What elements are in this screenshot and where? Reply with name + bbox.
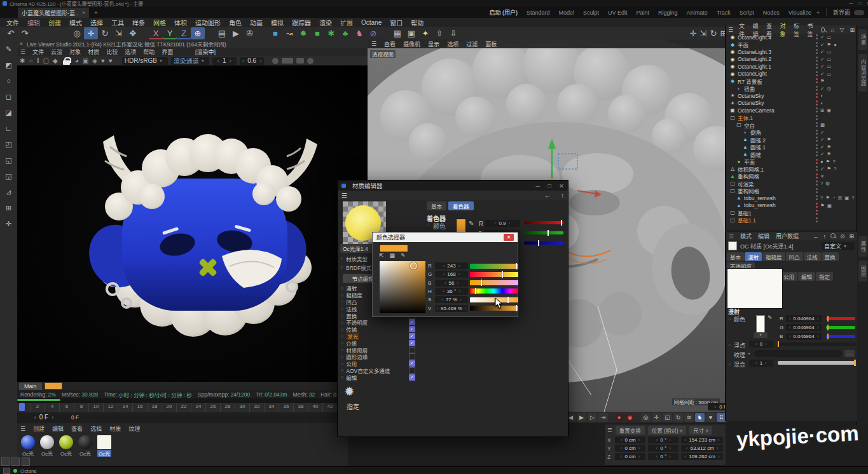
lv-tool-icon[interactable]: ◆	[53, 57, 58, 64]
maximize-button[interactable]: □	[858, 1, 861, 6]
object-row[interactable]: △ 体积网格.1 ✓ ⚑ ?	[726, 165, 857, 173]
position-field[interactable]: 0 cm	[615, 437, 645, 444]
mix-slider[interactable]	[778, 361, 856, 365]
grid-icon[interactable]	[3, 468, 10, 474]
object-label[interactable]: 重构网格	[738, 187, 759, 194]
object-label[interactable]: OctaneLight.1	[738, 64, 771, 70]
timeline-ruler-left[interactable]: 24681012141618202224262830323436384042	[17, 402, 337, 412]
object-row[interactable]: ◆ R7 背景板 ⚑	[726, 78, 857, 85]
am-menu[interactable]: 模式	[740, 232, 752, 240]
playback-button[interactable]: ●	[614, 413, 624, 422]
object-label[interactable]: 基础1	[738, 209, 752, 217]
lv-tool-icon[interactable]: ▢	[43, 57, 49, 64]
vp-menu[interactable]: 查看	[384, 40, 396, 48]
channel-gradient-bar[interactable]	[470, 288, 518, 294]
browse-button[interactable]: …	[844, 350, 855, 357]
size-mode-dropdown[interactable]: 尺寸 ▾	[689, 426, 712, 435]
popout-icon[interactable]: ⊞	[849, 233, 854, 240]
om-menu[interactable]: 标签	[794, 22, 801, 38]
object-tags[interactable]: ✓ ▭	[820, 49, 857, 55]
menu-item[interactable]: 模式	[69, 18, 82, 27]
tool-icon[interactable]: ✛	[3, 218, 15, 229]
channel-checkbox[interactable]	[409, 367, 415, 374]
object-row[interactable]: ◆ 平面 ✓ ⚑ ●	[726, 41, 857, 49]
diffuse-color-swatch[interactable]	[756, 315, 765, 333]
back-icon[interactable]: ←	[813, 233, 818, 240]
layout-tab[interactable]: Script	[740, 8, 754, 17]
menu-item[interactable]: 窗口	[390, 18, 403, 27]
tool-icon[interactable]: ✎	[3, 43, 15, 55]
visibility-dots[interactable]	[816, 173, 818, 179]
playback-button[interactable]: ↻	[673, 413, 683, 422]
material-preview[interactable]	[78, 435, 92, 449]
material-preview[interactable]	[21, 435, 35, 449]
key-circle-icon[interactable]: ○	[728, 316, 731, 321]
tool-icon[interactable]: ◰	[3, 139, 15, 150]
layer-grid-icon[interactable]	[11, 457, 20, 466]
object-label[interactable]: OctaneLight.3	[738, 49, 771, 55]
object-label[interactable]: OctaneSky	[738, 100, 764, 106]
channel-gradient-bar[interactable]	[470, 306, 518, 311]
tool-icon[interactable]: ⊿	[3, 186, 15, 198]
layer-grid-icon[interactable]	[1, 457, 10, 466]
preset-dropdown[interactable]: 自定义▾	[822, 242, 855, 250]
object-label[interactable]: OctaneLight	[738, 71, 767, 77]
vp-menu[interactable]: 过滤	[466, 40, 478, 48]
shader-tab[interactable]: 基本	[427, 201, 446, 210]
toolbar-icon[interactable]: ✇	[243, 27, 257, 39]
channel-row[interactable]: ○ 编辑	[338, 374, 424, 381]
maximize-button[interactable]: □	[548, 182, 551, 189]
object-label[interactable]: 圆锥.2	[750, 136, 766, 144]
visibility-dots[interactable]	[816, 57, 818, 62]
lv-menu[interactable]: 云渲	[51, 48, 62, 56]
vp-menu[interactable]: 面板	[485, 40, 497, 48]
object-tags[interactable]: ✓ ▭	[820, 34, 857, 40]
toolbar-icon[interactable]: ↶	[4, 27, 18, 39]
toolbar-icon[interactable]: ✥	[126, 27, 140, 39]
toolbar-icon[interactable]: Y	[163, 27, 177, 39]
object-tags[interactable]: ◗	[820, 100, 857, 106]
visibility-dots[interactable]	[816, 159, 818, 165]
object-tags[interactable]: ? ◍	[820, 180, 857, 186]
layout-tab[interactable]: 启动 (用户)	[490, 7, 518, 18]
layout-tab[interactable]: Rigging	[658, 8, 678, 17]
mm-menu[interactable]: 纹理	[128, 424, 140, 433]
object-row[interactable]: ◗ 倒角 ✓	[726, 129, 857, 137]
viewport-nav-icon[interactable]: ↻	[708, 27, 719, 39]
object-row[interactable]: ◐ 扭曲 ✓ ◷	[726, 85, 857, 93]
visibility-dots[interactable]	[816, 137, 818, 142]
samples-spinner[interactable]: 1	[212, 57, 237, 65]
visibility-dots[interactable]	[816, 203, 818, 208]
object-label[interactable]: 平面	[738, 41, 748, 48]
hamburger-icon[interactable]: ☰	[20, 426, 25, 432]
tool-icon[interactable]: ◪	[3, 107, 15, 118]
visibility-dots[interactable]	[816, 130, 818, 135]
toolbar-icon[interactable]: ✛	[84, 27, 98, 39]
channel-value-field[interactable]: 36 °	[435, 288, 468, 295]
layout-tab[interactable]: Animate	[687, 8, 708, 17]
color-picker-titlebar[interactable]: 颜色选择器 ✕	[373, 233, 518, 242]
channel-value-field[interactable]: 56	[435, 280, 468, 287]
color-expand-button[interactable]: ▾	[754, 332, 768, 338]
object-row[interactable]: ▢ 基础1	[726, 209, 857, 217]
layer-grid-icon[interactable]	[22, 457, 30, 466]
object-label[interactable]: R7 背景板	[738, 78, 762, 85]
visibility-dots[interactable]	[816, 86, 818, 91]
visibility-dots[interactable]	[816, 107, 818, 113]
position-field[interactable]: 0 cm	[615, 453, 645, 460]
close-button[interactable]: ✕	[559, 182, 564, 189]
channel-checkbox[interactable]	[409, 319, 415, 325]
channel-slider[interactable]	[826, 317, 855, 320]
toolbar-icon[interactable]: ▣	[404, 27, 418, 39]
dock-tab[interactable]: 内容浏览器	[858, 54, 867, 91]
close-tab-icon[interactable]: ×	[82, 10, 85, 16]
object-tags[interactable]: ✓ ▭	[820, 71, 857, 77]
visibility-dots[interactable]	[816, 144, 818, 150]
om-menu[interactable]: 书签	[808, 22, 815, 38]
channel-gradient-bar[interactable]	[470, 297, 518, 302]
material-tab[interactable]: 凹凸	[786, 252, 803, 261]
lv-tool-icon[interactable]: ♥	[109, 57, 113, 64]
menu-item[interactable]: 模拟	[271, 18, 284, 27]
toolbar-icon[interactable]: ↝	[282, 27, 296, 39]
channel-row[interactable]: ○ AOV自定义多通道	[338, 367, 424, 374]
